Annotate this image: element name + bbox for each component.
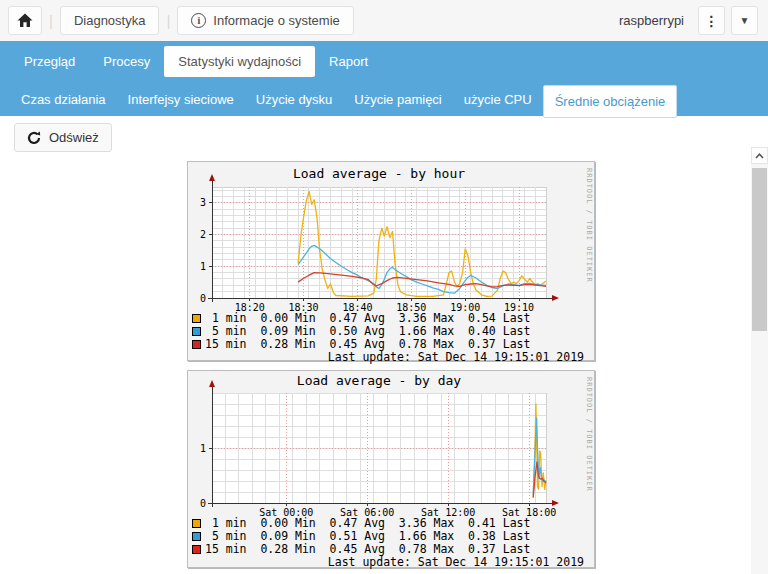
rrdtool-watermark: RRDTOOL / TOBI OETIKER <box>585 168 593 283</box>
y-tick-label: 3 <box>200 197 206 208</box>
subtab-2[interactable]: Użycie dysku <box>245 82 344 116</box>
nav-tab-1[interactable]: Procesy <box>89 46 164 77</box>
y-tick-label: 0 <box>200 293 206 304</box>
chart-title: Load average - by hour <box>293 166 465 181</box>
chevron-up-icon <box>755 153 764 159</box>
sysinfo-button[interactable]: i Informacje o systemie <box>177 6 353 35</box>
header-bar: | Diagnostyka | i Informacje o systemie … <box>0 0 768 41</box>
nav-tab-2[interactable]: Statystyki wydajności <box>164 46 315 77</box>
scroll-up-button[interactable] <box>751 147 768 164</box>
refresh-button[interactable]: Odśwież <box>14 123 112 152</box>
legend-swatch <box>192 327 201 336</box>
legend-swatch <box>192 314 201 323</box>
y-tick-label: 1 <box>200 261 206 272</box>
kebab-menu-button[interactable]: ⋮ <box>698 6 725 35</box>
rrd-graph-day: Sat 00:00Sat 06:00Sat 12:00Sat 18:0001Lo… <box>187 370 595 568</box>
header-separator: | <box>166 12 170 29</box>
chart-plot: Sat 00:00Sat 06:00Sat 12:00Sat 18:0001Lo… <box>188 371 596 517</box>
scrollbar[interactable] <box>751 147 768 574</box>
chart-plot: 18:2018:3018:4018:5019:0019:100123Load a… <box>188 162 596 312</box>
legend-swatch <box>192 340 201 349</box>
nav-tab-3[interactable]: Raport <box>315 46 382 77</box>
hostname-label: raspberrypi <box>619 13 684 28</box>
home-icon <box>17 13 33 28</box>
dropdown-caret-button[interactable]: ▼ <box>731 6 758 35</box>
y-tick-label: 1 <box>200 443 206 454</box>
kebab-icon: ⋮ <box>705 13 719 29</box>
refresh-icon <box>27 131 41 145</box>
home-button[interactable] <box>8 6 42 35</box>
subtab-4[interactable]: użycie CPU <box>453 82 543 116</box>
header-separator: | <box>49 12 53 29</box>
chevron-down-icon: ▼ <box>740 15 750 26</box>
diagnostics-button[interactable]: Diagnostyka <box>60 6 160 35</box>
sub-nav: Czas działaniaInterfejsy siecioweUżycie … <box>0 82 768 116</box>
rrdtool-watermark: RRDTOOL / TOBI OETIKER <box>585 377 593 492</box>
subtab-0[interactable]: Czas działania <box>10 82 117 116</box>
legend-swatch <box>192 519 201 528</box>
scrollbar-thumb[interactable] <box>752 168 767 331</box>
subtab-1[interactable]: Interfejsy sieciowe <box>117 82 245 116</box>
chart-title: Load average - by day <box>297 373 462 388</box>
last-update: Last update: Sat Dec 14 19:15:01 2019 <box>188 351 594 364</box>
refresh-label: Odśwież <box>49 130 99 145</box>
legend-swatch <box>192 532 201 541</box>
y-tick-label: 2 <box>200 229 206 240</box>
sysinfo-label: Informacje o systemie <box>213 13 339 28</box>
y-tick-label: 0 <box>200 498 206 509</box>
subtab-3[interactable]: Użycie pamięci <box>343 82 452 116</box>
main-nav: PrzeglądProcesyStatystyki wydajnościRapo… <box>0 41 768 82</box>
last-update: Last update: Sat Dec 14 19:15:01 2019 <box>188 556 594 569</box>
page: | Diagnostyka | i Informacje o systemie … <box>0 0 768 574</box>
rrd-graph-hour: 18:2018:3018:4018:5019:0019:100123Load a… <box>187 161 595 361</box>
info-icon: i <box>191 13 206 28</box>
legend-swatch <box>192 545 201 554</box>
nav-tab-0[interactable]: Przegląd <box>10 46 89 77</box>
subtab-5[interactable]: Średnie obciążenie <box>543 85 678 118</box>
